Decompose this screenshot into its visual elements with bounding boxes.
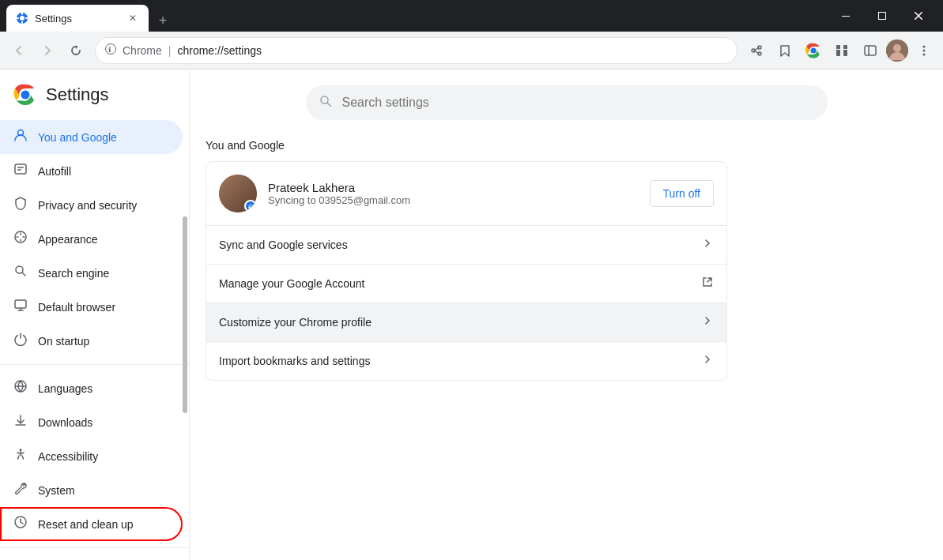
window-controls [828,0,937,32]
import-bookmarks-row[interactable]: Import bookmarks and settings [206,342,726,380]
sidebar: Settings You and Google Autofill [0,70,190,560]
sidebar-divider-2 [0,547,189,548]
sidebar-item-extensions[interactable]: Extensions [0,554,183,560]
svg-point-44 [20,449,22,451]
sidebar-navigation: You and Google Autofill Privacy and secu… [0,114,189,560]
sidebar-item-reset-cleanup[interactable]: Reset and clean up [0,507,183,541]
navbar: ℹ Chrome | chrome://settings [0,32,943,70]
wrench-icon [13,481,28,499]
import-bookmarks-label: Import bookmarks and settings [219,355,701,367]
profile-info: Prateek Lakhera Syncing to 039525@gmail.… [268,181,639,206]
tab-close-button[interactable]: ✕ [126,12,139,24]
svg-point-12 [758,46,761,49]
sidebar-item-appearance[interactable]: Appearance [0,222,183,256]
sidebar-label-appearance: Appearance [38,233,98,246]
sidebar-label-downloads: Downloads [38,416,92,429]
svg-rect-21 [843,50,847,56]
sidebar-item-languages[interactable]: Languages [0,371,183,405]
sync-row[interactable]: Sync and Google services [206,226,726,265]
sync-badge [244,200,257,212]
main-layout: Settings You and Google Autofill [0,70,943,560]
svg-point-28 [923,53,926,55]
sidebar-scrollbar-track[interactable] [183,70,187,560]
accessibility-icon [13,447,28,465]
settings-favicon [16,12,28,24]
chrome-icon-button[interactable] [801,38,826,63]
sidebar-item-default-browser[interactable]: Default browser [0,290,183,324]
customize-profile-label: Customize your Chrome profile [219,316,701,329]
content-area: You and Google Prateek Lakhera Syncing t… [190,70,943,560]
svg-rect-20 [843,45,847,49]
manage-account-row[interactable]: Manage your Google Account [206,265,726,303]
maximize-button[interactable] [864,0,900,32]
sidebar-label-languages: Languages [38,382,92,395]
svg-rect-3 [21,21,23,24]
sidebar-item-you-and-google[interactable]: You and Google [0,120,183,154]
forward-button[interactable] [35,38,60,63]
svg-rect-7 [879,13,886,20]
address-bar[interactable]: ℹ Chrome | chrome://settings [95,37,737,64]
tab-bar: Settings ✕ + [6,0,174,32]
sidebar-item-on-startup[interactable]: On startup [0,324,183,358]
sidebar-label-search-engine: Search engine [38,267,109,280]
search-bar-wrapper [206,70,927,133]
monitor-icon [13,298,28,316]
svg-line-48 [327,103,331,107]
appearance-icon [13,230,28,248]
search-bar-icon [319,94,333,112]
sidebar-label-reset-cleanup: Reset and clean up [38,518,134,531]
sidebar-scrollbar-thumb[interactable] [183,216,187,412]
sidebar-divider-1 [0,364,189,365]
svg-point-1 [20,16,25,21]
sync-label: Sync and Google services [219,239,701,251]
sidebar-title: Settings [46,85,109,105]
svg-rect-38 [15,300,26,308]
sidebar-item-search-engine[interactable]: Search engine [0,256,183,290]
user-avatar-button[interactable] [886,39,908,62]
svg-text:ℹ: ℹ [108,46,111,54]
svg-point-25 [893,44,901,52]
menu-button[interactable] [911,38,937,63]
svg-rect-6 [842,16,850,17]
download-icon [13,413,28,431]
share-button[interactable] [744,38,769,63]
svg-rect-2 [21,13,23,15]
power-icon [13,332,28,350]
shield-icon [13,196,28,214]
profile-row: Prateek Lakhera Syncing to 039525@gmail.… [206,162,726,226]
person-icon [13,128,28,146]
back-button[interactable] [6,38,32,63]
section-title: You and Google [206,133,927,161]
sidebar-item-system[interactable]: System [0,473,183,507]
extensions-icon-button[interactable] [829,38,854,63]
sidebar-label-accessibility: Accessibility [38,450,98,463]
svg-point-13 [758,52,761,55]
sidebar-item-accessibility[interactable]: Accessibility [0,439,183,473]
turn-off-button[interactable]: Turn off [650,180,714,207]
sync-arrow-icon [701,237,714,253]
bookmark-button[interactable] [772,38,798,63]
import-arrow-icon [701,353,714,369]
active-tab[interactable]: Settings ✕ [6,5,149,32]
refresh-button[interactable] [63,38,89,63]
globe-icon [13,379,28,397]
svg-rect-22 [865,46,876,55]
sidebar-item-autofill[interactable]: Autofill [0,154,183,188]
you-and-google-card: Prateek Lakhera Syncing to 039525@gmail.… [206,161,727,381]
sidebar-toggle-button[interactable] [858,38,883,63]
sidebar-label-on-startup: On startup [38,335,89,348]
site-name: Chrome [123,44,162,57]
close-button[interactable] [900,0,937,32]
svg-point-26 [923,45,926,47]
customize-profile-row[interactable]: Customize your Chrome profile [206,303,726,342]
external-link-icon [701,276,714,291]
svg-point-14 [752,49,755,52]
search-input[interactable] [342,96,815,110]
sidebar-item-privacy-security[interactable]: Privacy and security [0,188,183,222]
sidebar-header: Settings [0,70,189,114]
sidebar-item-downloads[interactable]: Downloads [0,405,183,439]
new-tab-button[interactable]: + [152,9,174,32]
minimize-button[interactable] [828,0,864,32]
search-icon [13,264,28,282]
svg-rect-32 [15,164,26,174]
